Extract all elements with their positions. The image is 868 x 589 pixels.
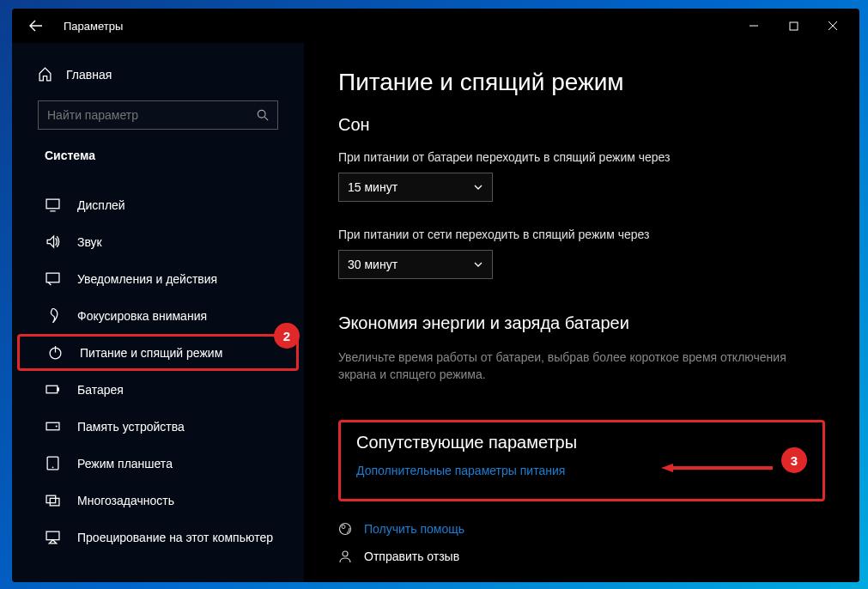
chevron-down-icon	[473, 259, 483, 270]
svg-rect-3	[46, 273, 59, 282]
plugged-sleep-dropdown[interactable]: 30 минут	[338, 250, 493, 279]
feedback-icon	[338, 550, 352, 563]
eco-description: Увеличьте время работы от батареи, выбра…	[338, 349, 825, 384]
sidebar: Главная Система Дисплей Звук Уведомления…	[12, 43, 304, 582]
multitask-icon	[45, 493, 60, 507]
sidebar-item-label: Питание и спящий режим	[80, 346, 222, 360]
svg-rect-11	[46, 495, 56, 503]
svg-rect-12	[50, 498, 59, 506]
sidebar-item-notifications[interactable]: Уведомления и действия	[12, 260, 304, 297]
sidebar-item-power[interactable]: 2 Питание и спящий режим	[17, 334, 299, 371]
eco-heading: Экономия энергии и заряда батареи	[338, 313, 825, 333]
svg-point-15	[342, 525, 345, 528]
storage-icon	[45, 419, 60, 434]
sidebar-item-label: Проецирование на этот компьютер	[77, 531, 273, 544]
maximize-button[interactable]	[774, 9, 813, 43]
dropdown-value: 30 минут	[348, 258, 398, 271]
sidebar-item-focus[interactable]: Фокусировка внимания	[12, 297, 304, 334]
section-heading: Система	[12, 149, 304, 162]
home-button[interactable]: Главная	[12, 60, 304, 88]
sidebar-item-label: Режим планшета	[77, 457, 173, 471]
titlebar: Параметры	[12, 9, 859, 43]
sidebar-item-label: Уведомления и действия	[77, 272, 217, 286]
window-controls	[734, 9, 853, 43]
notifications-icon	[45, 271, 60, 286]
sidebar-item-label: Дисплей	[77, 198, 125, 212]
plugged-sleep-label: При питании от сети переходить в спящий …	[338, 228, 825, 241]
home-label: Главная	[66, 68, 112, 82]
page-title: Питание и спящий режим	[338, 69, 825, 96]
sidebar-item-multitask[interactable]: Многозадачность	[12, 482, 304, 519]
settings-window: Параметры Главная	[12, 9, 859, 582]
svg-rect-5	[46, 386, 58, 393]
projecting-icon	[45, 530, 60, 544]
battery-sleep-label: При питании от батареи переходить в спящ…	[338, 150, 825, 164]
battery-icon	[45, 382, 60, 397]
content-area: Питание и спящий режим Сон При питании о…	[304, 43, 859, 582]
sound-icon	[45, 234, 60, 249]
svg-point-10	[52, 466, 53, 468]
close-button[interactable]	[813, 9, 853, 43]
sidebar-item-label: Батарея	[77, 383, 124, 397]
annotation-badge-3: 3	[781, 447, 807, 473]
annotation-arrow-icon	[661, 464, 773, 472]
minimize-icon	[749, 21, 759, 31]
svg-rect-2	[46, 199, 59, 209]
search-icon	[257, 109, 269, 121]
search-input[interactable]	[47, 108, 257, 122]
get-help-link[interactable]: Получить помощь	[364, 522, 464, 536]
search-wrapper	[38, 100, 278, 130]
power-icon	[47, 345, 63, 360]
sidebar-item-battery[interactable]: Батарея	[12, 371, 304, 408]
minimize-button[interactable]	[734, 9, 774, 43]
feedback-row[interactable]: Отправить отзыв	[338, 543, 825, 570]
sidebar-item-label: Фокусировка внимания	[77, 309, 207, 323]
chevron-down-icon	[473, 182, 483, 192]
display-icon	[45, 197, 60, 212]
search-box[interactable]	[38, 100, 278, 130]
sidebar-item-projecting[interactable]: Проецирование на этот компьютер	[12, 519, 304, 556]
focus-icon	[45, 308, 60, 323]
dropdown-value: 15 минут	[348, 180, 398, 194]
sidebar-item-label: Звук	[77, 235, 102, 249]
window-title: Параметры	[64, 20, 123, 33]
arrow-left-icon	[29, 19, 43, 33]
svg-point-1	[258, 110, 265, 118]
related-settings-box: Сопутствующие параметры Дополнительные п…	[338, 420, 825, 501]
sidebar-item-label: Память устройства	[77, 420, 185, 434]
battery-sleep-dropdown[interactable]: 15 минут	[338, 173, 493, 202]
help-row[interactable]: Получить помощь	[338, 515, 825, 543]
sidebar-item-sound[interactable]: Звук	[12, 223, 304, 260]
related-heading: Сопутствующие параметры	[356, 433, 807, 452]
help-icon	[338, 522, 352, 536]
tablet-icon	[45, 456, 60, 471]
maximize-icon	[789, 21, 798, 31]
sleep-heading: Сон	[338, 115, 825, 135]
close-icon	[828, 21, 838, 31]
feedback-link: Отправить отзыв	[364, 550, 459, 563]
home-icon	[38, 67, 52, 82]
sidebar-item-tablet[interactable]: Режим планшета	[12, 445, 304, 482]
sidebar-item-display[interactable]: Дисплей	[12, 186, 304, 223]
svg-point-8	[55, 425, 57, 427]
sidebar-item-storage[interactable]: Память устройства	[12, 408, 304, 445]
sidebar-item-label: Многозадачность	[77, 494, 174, 507]
svg-rect-13	[46, 531, 59, 540]
svg-rect-6	[57, 387, 58, 391]
svg-rect-0	[790, 22, 798, 30]
additional-power-link[interactable]: Дополнительные параметры питания	[356, 464, 565, 477]
annotation-badge-2: 2	[274, 323, 300, 349]
svg-point-16	[343, 551, 348, 556]
back-button[interactable]	[19, 9, 53, 43]
